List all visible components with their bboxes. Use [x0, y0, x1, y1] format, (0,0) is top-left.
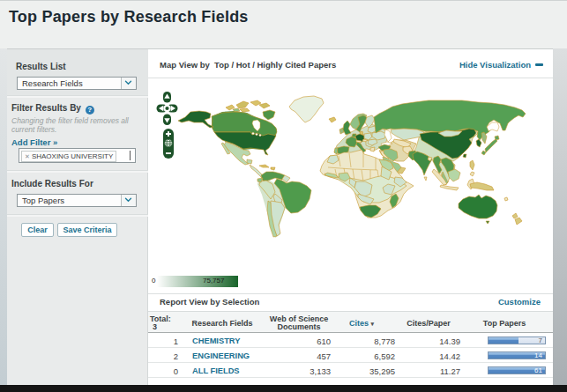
svg-text:0: 0	[152, 277, 156, 285]
svg-text:75,757: 75,757	[203, 277, 225, 285]
